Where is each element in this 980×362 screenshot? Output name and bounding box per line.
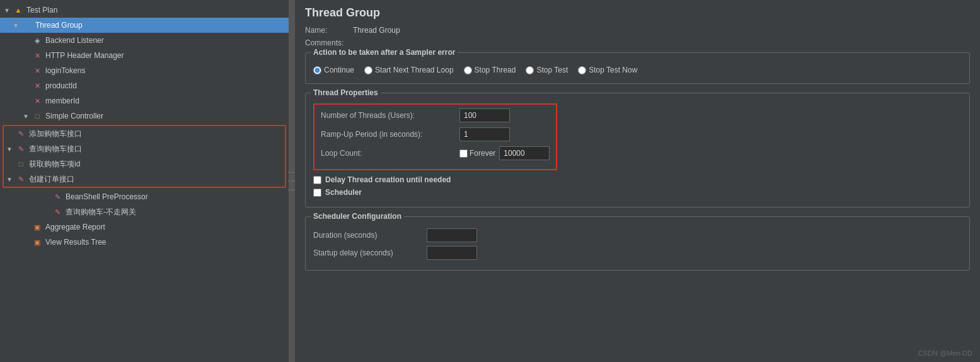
arrow-hm — [23, 52, 32, 59]
scheduler-label: Scheduler — [325, 188, 362, 197]
arrow-thread-group: ▼ — [13, 22, 21, 29]
beanshell-pre-icon: ✎ — [52, 191, 63, 202]
aggregate-report-label: Aggregate Report — [45, 223, 105, 231]
radio-stop-thread[interactable]: Stop Thread — [464, 66, 516, 74]
simple-controller-label: Simple Controller — [45, 112, 103, 120]
sidebar-item-simple-controller[interactable]: ▼ □ Simple Controller — [0, 108, 289, 124]
right-panel: Thread Group Name: Thread Group Comments… — [295, 0, 980, 362]
loop-count-input[interactable] — [499, 146, 550, 160]
radio-stst-label: Stop Test — [536, 66, 568, 74]
product-id-label: productId — [45, 81, 77, 90]
sidebar-item-beanshell-pre[interactable]: ✎ BeanShell PreProcessor — [0, 189, 289, 204]
arrow-lt — [23, 67, 32, 74]
left-panel: ▼ ▲ Test Plan ▼ ⚙ Thread Group ◈ Backend… — [0, 0, 290, 362]
http-header-icon: ✕ — [32, 50, 43, 61]
red-highlight-group: ✎ 添加购物车接口 ▼ ✎ 查询购物车接口 □ 获取购物车项id ▼ ✎ 创建订… — [3, 125, 286, 188]
radio-stop-test[interactable]: Stop Test — [526, 66, 568, 74]
product-id-icon: ✕ — [32, 80, 43, 91]
ramp-up-row: Ramp-Up Period (in seconds): — [321, 127, 550, 141]
radio-stop-test-now[interactable]: Stop Test Now — [578, 66, 637, 74]
scheduler-config-box: Scheduler Configuration Duration (second… — [305, 216, 970, 271]
thread-props-highlight: Number of Threads (Users): Ramp-Up Perio… — [313, 103, 557, 170]
sidebar-item-query-cart[interactable]: ▼ ✎ 查询购物车接口 — [4, 141, 285, 156]
add-cart-label: 添加购物车接口 — [29, 129, 82, 139]
radio-st-label: Stop Thread — [475, 66, 516, 74]
arrow-ar — [23, 224, 32, 231]
sidebar-item-add-cart[interactable]: ✎ 添加购物车接口 — [4, 126, 285, 141]
radio-start-next-thread[interactable]: Start Next Thread Loop — [364, 66, 454, 74]
arrow-cart-id — [6, 161, 15, 168]
panel-divider[interactable]: ⋮⋮⋮ — [290, 0, 295, 362]
arrow-create-order: ▼ — [6, 176, 15, 183]
delay-thread-checkbox[interactable] — [313, 176, 321, 184]
test-plan-label: Test Plan — [26, 6, 57, 15]
test-plan-icon: ▲ — [13, 4, 24, 16]
forever-label: Forever — [470, 149, 495, 158]
add-cart-icon: ✎ — [15, 128, 26, 139]
thread-group-icon: ⚙ — [21, 20, 33, 31]
radio-stn-label: Stop Test Now — [589, 66, 637, 74]
arrow-pid — [23, 83, 32, 90]
http-header-label: HTTP Header Manager — [45, 51, 124, 60]
backend-listener-icon: ◈ — [32, 35, 43, 46]
radio-continue-label: Continue — [324, 66, 354, 74]
forever-checkbox[interactable] — [459, 149, 468, 158]
arrow-query-cart: ▼ — [6, 146, 15, 153]
startup-delay-input[interactable] — [427, 246, 477, 260]
ramp-up-label: Ramp-Up Period (in seconds): — [321, 130, 459, 139]
delay-thread-label: Delay Thread creation until needed — [325, 175, 451, 184]
action-box-title: Action to be taken after a Sampler error — [311, 48, 458, 57]
thread-properties-title: Thread Properties — [311, 88, 381, 97]
action-box: Action to be taken after a Sampler error… — [305, 52, 970, 84]
thread-properties-inner: Number of Threads (Users): Ramp-Up Perio… — [313, 100, 962, 197]
aggregate-report-icon: ▣ — [32, 221, 43, 233]
sidebar-item-query-gateway[interactable]: ✎ 查询购物车-不走网关 — [0, 204, 289, 219]
beanshell-pre-label: BeanShell PreProcessor — [66, 192, 148, 201]
sidebar-item-thread-group[interactable]: ▼ ⚙ Thread Group — [0, 18, 289, 33]
member-id-label: memberId — [45, 96, 79, 105]
radio-group-action: Continue Start Next Thread Loop Stop Thr… — [313, 62, 962, 78]
sidebar-item-create-order[interactable]: ▼ ✎ 创建订单接口 — [4, 172, 285, 187]
get-cart-id-icon: □ — [15, 158, 26, 170]
sidebar-item-get-cart-id[interactable]: □ 获取购物车项id — [4, 156, 285, 172]
startup-delay-label: Startup delay (seconds) — [313, 248, 427, 257]
sidebar-item-test-plan[interactable]: ▼ ▲ Test Plan — [0, 3, 289, 18]
arrow-add-cart — [6, 131, 15, 137]
scheduler-checkbox[interactable] — [313, 189, 321, 197]
sidebar-item-aggregate-report[interactable]: ▣ Aggregate Report — [0, 219, 289, 235]
sidebar-item-backend-listener[interactable]: ◈ Backend Listener — [0, 33, 289, 48]
num-threads-input[interactable] — [459, 108, 510, 122]
comments-label: Comments: — [305, 38, 349, 47]
arrow-sc: ▼ — [23, 113, 32, 120]
arrow-bsp — [43, 194, 52, 201]
query-gateway-label: 查询购物车-不走网关 — [66, 207, 136, 218]
startup-delay-row: Startup delay (seconds) — [313, 246, 962, 260]
sidebar-item-product-id[interactable]: ✕ productId — [0, 78, 289, 93]
radio-snl-label: Start Next Thread Loop — [375, 66, 454, 74]
num-threads-row: Number of Threads (Users): — [321, 108, 550, 122]
sidebar-item-member-id[interactable]: ✕ memberId — [0, 93, 289, 108]
ramp-up-input[interactable] — [459, 127, 510, 141]
duration-input[interactable] — [427, 228, 477, 242]
name-label: Name: — [305, 26, 349, 35]
sidebar-item-view-results-tree[interactable]: ▣ View Results Tree — [0, 235, 289, 250]
simple-controller-icon: □ — [32, 110, 43, 122]
sidebar-item-login-tokens[interactable]: ✕ loginTokens — [0, 63, 289, 78]
radio-continue[interactable]: Continue — [313, 66, 354, 74]
query-gateway-icon: ✎ — [52, 206, 63, 218]
scheduler-config-inner: Duration (seconds) Startup delay (second… — [313, 223, 962, 260]
arrow-qg — [43, 209, 52, 216]
thread-group-label: Thread Group — [35, 21, 83, 30]
thread-properties-box: Thread Properties Number of Threads (Use… — [305, 93, 970, 207]
sidebar-item-http-header-manager[interactable]: ✕ HTTP Header Manager — [0, 48, 289, 63]
delay-thread-row: Delay Thread creation until needed — [313, 175, 962, 184]
duration-row: Duration (seconds) — [313, 228, 962, 242]
get-cart-id-label: 获取购物车项id — [29, 159, 80, 170]
watermark: CSDN @Men-DD — [918, 349, 972, 357]
duration-label: Duration (seconds) — [313, 231, 427, 240]
scheduler-config-title: Scheduler Configuration — [311, 212, 404, 221]
arrow-mid — [23, 98, 32, 105]
create-order-icon: ✎ — [15, 173, 26, 185]
member-id-icon: ✕ — [32, 95, 43, 107]
arrow-bl — [23, 37, 32, 44]
